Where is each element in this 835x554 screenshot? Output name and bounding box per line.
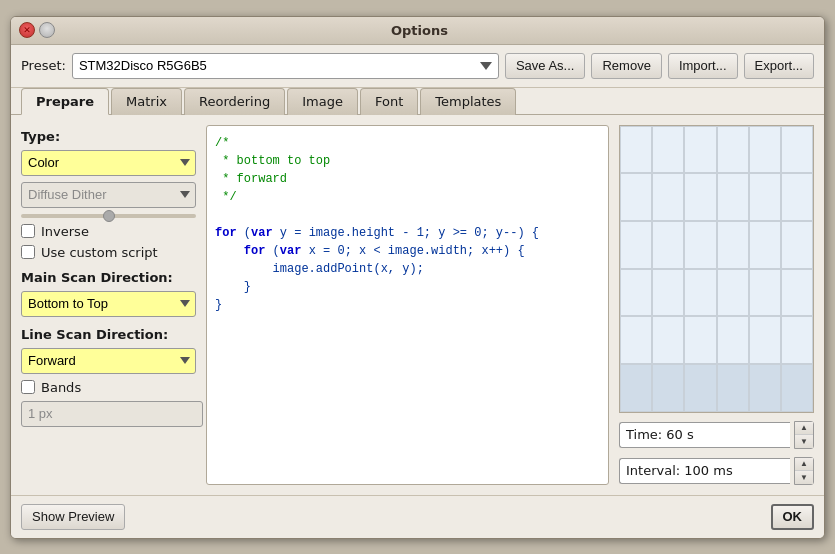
- left-panel: Type: Color Diffuse Dither Inverse Use: [21, 125, 196, 485]
- interval-spin-down[interactable]: ▼: [795, 471, 813, 484]
- main-scan-select[interactable]: Bottom to Top: [21, 291, 196, 317]
- type-row: Color: [21, 150, 196, 176]
- grid-cell: [781, 126, 813, 174]
- save-as-button[interactable]: Save As...: [505, 53, 586, 79]
- grid-cell: [749, 173, 781, 221]
- grid-cell-active: [620, 364, 652, 412]
- diffuse-select[interactable]: Diffuse Dither: [21, 182, 196, 208]
- tab-font[interactable]: Font: [360, 88, 418, 115]
- grid-cell: [684, 173, 716, 221]
- inverse-checkbox[interactable]: [21, 224, 35, 238]
- import-button[interactable]: Import...: [668, 53, 738, 79]
- type-select[interactable]: Color: [21, 150, 196, 176]
- grid-cell: [717, 126, 749, 174]
- line-scan-select[interactable]: Forward: [21, 348, 196, 374]
- tab-reordering[interactable]: Reordering: [184, 88, 285, 115]
- interval-label: Interval: 100 ms: [619, 458, 790, 484]
- content-area: Type: Color Diffuse Dither Inverse Use: [11, 115, 824, 495]
- close-icon: ✕: [23, 25, 31, 35]
- export-button[interactable]: Export...: [744, 53, 814, 79]
- right-panel: Time: 60 s ▲ ▼ Interval: 100 ms ▲ ▼: [619, 125, 814, 485]
- custom-script-row: Use custom script: [21, 245, 196, 260]
- dither-slider[interactable]: [21, 214, 196, 218]
- interval-spinbox-buttons: ▲ ▼: [794, 457, 814, 485]
- grid-cell-active: [684, 364, 716, 412]
- tabs-bar: Prepare Matrix Reordering Image Font Tem…: [11, 88, 824, 115]
- bands-row: Bands: [21, 380, 196, 395]
- tab-prepare[interactable]: Prepare: [21, 88, 109, 115]
- grid-cell: [620, 221, 652, 269]
- grid-cell: [684, 316, 716, 364]
- type-label: Type:: [21, 129, 196, 144]
- time-spinbox-buttons: ▲ ▼: [794, 421, 814, 449]
- grid-cell: [684, 221, 716, 269]
- preview-grid: [619, 125, 814, 413]
- grid-cell: [749, 269, 781, 317]
- grid-cell: [717, 316, 749, 364]
- grid-cell-active: [749, 364, 781, 412]
- grid-cell: [652, 316, 684, 364]
- grid-cell: [717, 221, 749, 269]
- grid-cell: [620, 269, 652, 317]
- grid-cell: [684, 269, 716, 317]
- grid-cell: [652, 221, 684, 269]
- grid-cell-active: [652, 364, 684, 412]
- grid-cell: [684, 126, 716, 174]
- remove-button[interactable]: Remove: [591, 53, 661, 79]
- time-label: Time: 60 s: [619, 422, 790, 448]
- preset-label: Preset:: [21, 58, 66, 73]
- grid-cell: [781, 269, 813, 317]
- inverse-row: Inverse: [21, 224, 196, 239]
- interval-spinbox-row: Interval: 100 ms ▲ ▼: [619, 457, 814, 485]
- interval-spin-up[interactable]: ▲: [795, 458, 813, 471]
- close-button[interactable]: ✕: [19, 22, 35, 38]
- show-preview-button[interactable]: Show Preview: [21, 504, 125, 530]
- grid-cell: [781, 221, 813, 269]
- tab-templates[interactable]: Templates: [420, 88, 516, 115]
- grid-cell: [749, 126, 781, 174]
- custom-script-checkbox[interactable]: [21, 245, 35, 259]
- grid-cell: [652, 269, 684, 317]
- footer: Show Preview OK: [11, 495, 824, 538]
- grid-cell: [717, 173, 749, 221]
- grid-cell: [620, 316, 652, 364]
- grid-cell: [717, 269, 749, 317]
- line-scan-row: Forward: [21, 348, 196, 374]
- grid-cell: [749, 316, 781, 364]
- options-window: ✕ Options Preset: STM32Disco R5G6B5 Save…: [10, 16, 825, 539]
- window-title: Options: [63, 23, 776, 38]
- time-spinbox-row: Time: 60 s ▲ ▼: [619, 421, 814, 449]
- diffuse-row: Diffuse Dither: [21, 182, 196, 208]
- bands-checkbox[interactable]: [21, 380, 35, 394]
- main-scan-row: Bottom to Top: [21, 291, 196, 317]
- preset-select[interactable]: STM32Disco R5G6B5: [72, 53, 499, 79]
- inverse-label: Inverse: [41, 224, 89, 239]
- line-scan-label: Line Scan Direction:: [21, 327, 196, 342]
- bands-label: Bands: [41, 380, 81, 395]
- time-spin-down[interactable]: ▼: [795, 435, 813, 448]
- grid-cell: [781, 316, 813, 364]
- tab-matrix[interactable]: Matrix: [111, 88, 182, 115]
- grid-cell: [749, 221, 781, 269]
- time-spin-up[interactable]: ▲: [795, 422, 813, 435]
- grid-cell: [620, 126, 652, 174]
- grid-cell: [620, 173, 652, 221]
- grid-cell: [781, 173, 813, 221]
- grid-cell-active: [717, 364, 749, 412]
- custom-script-label: Use custom script: [41, 245, 158, 260]
- titlebar: ✕ Options: [11, 17, 824, 45]
- code-editor[interactable]: /* * bottom to top * forward */ for (var…: [206, 125, 609, 485]
- window-controls: ✕: [19, 22, 55, 38]
- tab-image[interactable]: Image: [287, 88, 358, 115]
- ok-button[interactable]: OK: [771, 504, 815, 530]
- grid-cell: [652, 173, 684, 221]
- grid-cell-active: [781, 364, 813, 412]
- toolbar: Preset: STM32Disco R5G6B5 Save As... Rem…: [11, 45, 824, 88]
- bands-size-input[interactable]: [21, 401, 203, 427]
- slider-row: [21, 214, 196, 218]
- grid-cell: [652, 126, 684, 174]
- main-scan-label: Main Scan Direction:: [21, 270, 196, 285]
- minimize-button[interactable]: [39, 22, 55, 38]
- bands-size-row: [21, 401, 196, 427]
